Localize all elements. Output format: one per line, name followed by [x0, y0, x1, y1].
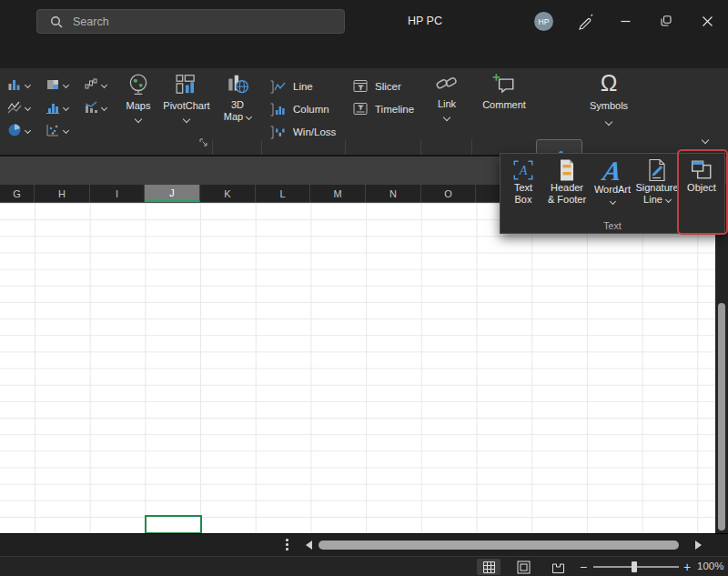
- three-d-map-icon: [226, 73, 249, 96]
- column-header-n[interactable]: N: [366, 185, 421, 202]
- title-bar: HP PC HP: [0, 0, 728, 43]
- restore-button[interactable]: [652, 7, 680, 35]
- text-box-icon: A: [511, 158, 535, 182]
- pie-chart-icon: [7, 123, 22, 137]
- close-icon: [703, 16, 713, 26]
- column-header-k[interactable]: K: [200, 185, 256, 202]
- insert-waterfall-chart-button[interactable]: [84, 76, 106, 94]
- svg-text:A: A: [519, 163, 528, 177]
- sheet-tabs-splitter-icon[interactable]: [286, 539, 288, 551]
- insert-line-chart-button[interactable]: [7, 98, 30, 116]
- ribbon: Maps PivotChart 3D Map: [0, 68, 728, 155]
- signature-line-icon: [646, 158, 668, 182]
- sparkline-line-icon: [269, 80, 288, 94]
- normal-view-icon: [482, 561, 496, 574]
- insert-combo-chart-button[interactable]: [84, 98, 106, 116]
- vertical-scrollbar-thumb[interactable]: [718, 303, 725, 531]
- combo-chart-icon: [84, 100, 98, 115]
- histogram-chart-icon: [46, 100, 60, 115]
- slicer-icon: [353, 79, 369, 94]
- scatter-chart-icon: [46, 123, 60, 137]
- omega-icon: Ω: [601, 71, 618, 95]
- close-button[interactable]: [693, 7, 721, 35]
- object-icon: [690, 158, 713, 182]
- page-break-preview-icon: [551, 561, 565, 574]
- insert-hierarchy-chart-button[interactable]: [46, 76, 68, 94]
- line-chart-icon: [7, 100, 22, 115]
- new-comment-icon: [491, 73, 517, 96]
- column-header-g[interactable]: G: [0, 185, 35, 202]
- pivotchart-icon: [175, 73, 198, 96]
- three-d-map-button[interactable]: 3D Map: [217, 73, 258, 123]
- status-bar: − + 100%: [0, 556, 728, 576]
- page-layout-icon: [517, 561, 531, 574]
- search-icon: [50, 15, 63, 28]
- zoom-out-button[interactable]: −: [580, 560, 587, 574]
- search-box[interactable]: [36, 9, 345, 34]
- insert-scatter-chart-button[interactable]: [46, 121, 68, 139]
- column-header-l[interactable]: L: [256, 185, 310, 202]
- timeline-button[interactable]: Timeline: [353, 99, 414, 119]
- pen-icon: [576, 13, 594, 31]
- search-input[interactable]: [71, 15, 302, 29]
- page-break-preview-button[interactable]: [546, 559, 570, 575]
- timeline-icon: [353, 102, 369, 116]
- spreadsheet-grid[interactable]: [0, 203, 715, 533]
- symbols-group-button[interactable]: Ω Symbols: [583, 71, 634, 125]
- slicer-button[interactable]: Slicer: [353, 76, 401, 96]
- minimize-icon: [621, 16, 631, 26]
- column-chart-icon: [7, 77, 22, 92]
- insert-column-chart-button[interactable]: [7, 76, 30, 94]
- page-layout-view-button[interactable]: [511, 559, 535, 575]
- object-button[interactable]: Object: [682, 158, 721, 194]
- maps-button[interactable]: Maps: [116, 73, 161, 122]
- sparkline-winloss-icon: [269, 126, 288, 139]
- new-comment-button[interactable]: Comment: [475, 73, 533, 111]
- header-footer-button[interactable]: Header & Footer: [542, 158, 592, 206]
- column-header-j-selected[interactable]: J: [145, 185, 200, 202]
- minimize-button[interactable]: [612, 7, 639, 35]
- link-icon: [434, 73, 460, 95]
- link-button[interactable]: Link: [424, 73, 470, 120]
- pivotchart-button[interactable]: PivotChart: [161, 73, 212, 122]
- text-flyout-group-label: Text: [500, 220, 724, 231]
- signature-line-button[interactable]: Signature Line: [634, 158, 680, 206]
- column-header-o[interactable]: O: [421, 185, 476, 202]
- avatar[interactable]: HP: [534, 12, 553, 31]
- wordart-button[interactable]: A WordArt: [592, 158, 633, 204]
- insert-pie-chart-button[interactable]: [7, 121, 30, 139]
- pen-mode-button[interactable]: [571, 8, 599, 35]
- sparkline-line-button[interactable]: Line: [269, 76, 313, 96]
- scroll-right-arrow-icon[interactable]: [695, 541, 702, 550]
- horizontal-scrollbar-row: [0, 533, 728, 557]
- collapse-ribbon-chevron-icon[interactable]: [702, 136, 709, 144]
- horizontal-scrollbar-thumb[interactable]: [318, 541, 679, 550]
- charts-dialog-launcher-icon[interactable]: [198, 137, 208, 147]
- treemap-chart-icon: [46, 77, 60, 92]
- maps-globe-icon: [126, 73, 150, 96]
- sparkline-column-button[interactable]: Column: [269, 99, 329, 119]
- column-header-m[interactable]: M: [310, 185, 366, 202]
- restore-icon: [661, 15, 672, 26]
- header-footer-icon: [556, 158, 578, 182]
- account-name: HP PC: [408, 15, 442, 27]
- sparkline-column-icon: [269, 103, 288, 116]
- column-header-i[interactable]: I: [90, 185, 145, 202]
- sparkline-winloss-button[interactable]: Win/Loss: [269, 122, 336, 142]
- zoom-level[interactable]: 100%: [697, 561, 723, 571]
- active-cell[interactable]: [145, 515, 202, 534]
- insert-statistic-chart-button[interactable]: [46, 98, 68, 116]
- ribbon-tab-bar: View Automate Developer Help ACROBAT Com…: [0, 43, 728, 68]
- wordart-icon: A: [602, 158, 623, 184]
- vertical-scrollbar[interactable]: [715, 185, 728, 533]
- zoom-in-button[interactable]: +: [683, 560, 691, 574]
- waterfall-chart-icon: [84, 77, 98, 92]
- scroll-left-arrow-icon[interactable]: [306, 541, 312, 550]
- text-flyout-panel: A Text Box Header & Footer A WordArt: [500, 153, 725, 234]
- normal-view-button[interactable]: [477, 559, 500, 575]
- excel-window: HP PC HP View Au: [0, 0, 728, 576]
- column-header-h[interactable]: H: [35, 185, 90, 202]
- zoom-slider-handle[interactable]: [632, 561, 637, 572]
- text-box-button[interactable]: A Text Box: [504, 158, 542, 206]
